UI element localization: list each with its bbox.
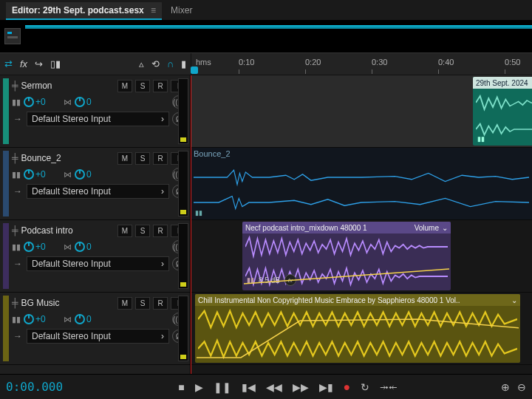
track-header[interactable]: ╪Bounce_2MSRI▮▮+0⋈0((∙))→Default Stereo … xyxy=(0,148,190,220)
zoom-in-icon[interactable]: ⊕ xyxy=(501,381,510,393)
arm-record-button[interactable]: R xyxy=(153,80,168,92)
mute-button[interactable]: M xyxy=(117,152,132,165)
fx-toggle-icon[interactable]: fx xyxy=(20,58,27,69)
loop-button[interactable]: ↻ xyxy=(361,381,369,393)
toggle-input-monitor-icon[interactable]: ⇄ xyxy=(4,58,13,69)
lane-bg-music[interactable]: Chill Instrumental Non Copyrighted Music… xyxy=(191,293,532,365)
clip-header[interactable]: Necf podcast intro_mixdown 48000 1 Volum… xyxy=(242,222,451,233)
track-name[interactable]: Sermon xyxy=(21,81,115,91)
clip-bg-music[interactable]: Chill Instrumental Non Copyrighted Music… xyxy=(195,294,520,363)
mute-button[interactable]: M xyxy=(117,225,132,237)
track-name[interactable]: Bounce_2 xyxy=(21,153,115,163)
zoom-out-icon[interactable]: ⊖ xyxy=(517,381,526,393)
stop-button[interactable]: ■ xyxy=(178,381,184,393)
mute-button[interactable]: M xyxy=(117,297,132,310)
solo-button[interactable]: S xyxy=(135,225,150,237)
session-overview[interactable] xyxy=(0,21,532,53)
track-header[interactable]: ╪BG MusicMSRI▮▮+0⋈0((∙))→Default Stereo … xyxy=(0,293,190,365)
timecode-display[interactable]: 0:00.000 xyxy=(6,380,72,394)
tab-editor[interactable]: Editor: 29th Sept. podcast.sesx ≡ xyxy=(6,2,162,20)
playhead-handle[interactable] xyxy=(191,66,198,74)
track-lanes[interactable]: 29th Sept. 2024 ◩ fx ▮▮ Bounce_2 ▮▮ xyxy=(191,75,532,374)
track-color-strip[interactable] xyxy=(3,223,9,289)
transport-bar: 0:00.000 ■ ▶ ❚❚ ▮◀ ◀◀ ▶▶ ▶▮ ● ↻ ⤞⤝ ⊕ ⊖ xyxy=(0,374,532,399)
track-header[interactable]: ╪Podcast introMSRI▮▮+0⋈0((∙))→Default St… xyxy=(0,220,190,293)
play-button[interactable]: ▶ xyxy=(195,381,203,393)
ruler-tick: 0:20 xyxy=(305,58,321,66)
lane-bounce[interactable]: Bounce_2 ▮▮ xyxy=(191,148,532,220)
clip-fx-icon[interactable]: fx xyxy=(284,274,296,286)
volume-knob[interactable]: +0 xyxy=(24,242,61,252)
panel-menu-icon[interactable]: ≡ xyxy=(151,5,156,16)
clip-title: Necf podcast intro_mixdown 48000 1 xyxy=(245,224,367,232)
clip-sermon[interactable]: 29th Sept. 2024 ◩ fx ▮▮ xyxy=(473,77,532,146)
tab-mixer[interactable]: Mixer xyxy=(162,2,201,18)
input-routing-select[interactable]: Default Stereo Input› xyxy=(27,112,169,126)
solo-button[interactable]: S xyxy=(135,152,150,165)
volume-knob[interactable]: +0 xyxy=(24,169,61,180)
track-headers-column: ╪SermonMSRI▮▮+0⋈0((∙))→Default Stereo In… xyxy=(0,75,191,374)
clip-header[interactable]: 29th Sept. 2024 ◩ xyxy=(473,77,532,89)
pan-knob[interactable]: 0 xyxy=(75,97,112,107)
track-name[interactable]: Podcast intro xyxy=(21,225,115,236)
toolbar-left-cluster: ⇄ fx ↪ ▯▮ ▵ ⟲ ∩ ▮ xyxy=(0,58,191,69)
track-level-meter xyxy=(178,151,188,216)
track-color-strip[interactable] xyxy=(3,151,9,216)
volume-knob[interactable]: +0 xyxy=(24,314,61,324)
clip-title: 29th Sept. 2024 xyxy=(476,79,528,87)
pan-icon: ⋈ xyxy=(64,170,72,180)
skip-start-button[interactable]: ▮◀ xyxy=(242,381,256,393)
track-color-strip[interactable] xyxy=(3,78,9,144)
arm-record-button[interactable]: R xyxy=(153,225,168,237)
skip-end-button[interactable]: ▶▮ xyxy=(319,381,333,393)
mute-button[interactable]: M xyxy=(117,80,132,92)
record-button[interactable]: ● xyxy=(344,381,351,394)
clip-podcast-intro[interactable]: Necf podcast intro_mixdown 48000 1 Volum… xyxy=(242,222,451,290)
clip-gain-label[interactable]: 8.5 dB xyxy=(259,276,280,284)
solo-button[interactable]: S xyxy=(135,80,150,92)
preroll-icon[interactable]: ⟲ xyxy=(151,58,160,69)
pan-knob[interactable]: 0 xyxy=(75,169,112,180)
volume-knob[interactable]: +0 xyxy=(24,97,61,107)
clip-header[interactable]: Chill Instrumental Non Copyrighted Music… xyxy=(195,294,520,306)
track-name[interactable]: BG Music xyxy=(21,298,115,308)
pan-icon: ⋈ xyxy=(64,242,72,252)
eq-toggle-icon[interactable]: ▯▮ xyxy=(50,58,61,69)
chevron-down-icon[interactable]: ⌄ xyxy=(442,224,448,232)
track-header[interactable]: ╪SermonMSRI▮▮+0⋈0((∙))→Default Stereo In… xyxy=(0,75,190,148)
metronome-icon[interactable]: ▵ xyxy=(139,58,144,69)
track-color-strip[interactable] xyxy=(3,296,9,361)
pan-icon: ⋈ xyxy=(64,315,72,324)
pan-knob[interactable]: 0 xyxy=(75,242,112,252)
skip-selection-button[interactable]: ⤞⤝ xyxy=(380,381,398,393)
drag-grip-icon[interactable]: ╪ xyxy=(12,298,18,308)
fast-forward-button[interactable]: ▶▶ xyxy=(293,381,309,393)
drag-grip-icon[interactable]: ╪ xyxy=(12,225,18,236)
playhead-line[interactable] xyxy=(191,75,191,374)
arm-record-button[interactable]: R xyxy=(153,297,168,310)
pause-button[interactable]: ❚❚ xyxy=(214,381,231,393)
time-ruler[interactable]: hms 0:10 0:20 0:30 0:40 0:50 xyxy=(194,53,532,75)
pan-knob[interactable]: 0 xyxy=(75,314,112,324)
playhead-options-icon[interactable]: ▮ xyxy=(181,58,186,69)
lane-podcast-intro[interactable]: Necf podcast intro_mixdown 48000 1 Volum… xyxy=(191,220,532,293)
arm-record-button[interactable]: R xyxy=(153,152,168,165)
drag-grip-icon[interactable]: ╪ xyxy=(12,81,18,91)
input-routing-select[interactable]: Default Stereo Input› xyxy=(27,256,169,271)
chevron-down-icon[interactable]: ⌄ xyxy=(511,296,517,304)
clip-volume-label[interactable]: Volume xyxy=(415,224,439,232)
drag-grip-icon[interactable]: ╪ xyxy=(12,153,18,163)
rewind-button[interactable]: ◀◀ xyxy=(266,381,282,393)
input-routing-select[interactable]: Default Stereo Input› xyxy=(27,329,169,344)
ruler-tick: 0:40 xyxy=(438,58,454,66)
volume-meter-icon: ▮▮ xyxy=(12,315,21,324)
solo-button[interactable]: S xyxy=(135,297,150,310)
snap-toggle-icon[interactable]: ∩ xyxy=(167,58,174,69)
lane-sermon[interactable]: 29th Sept. 2024 ◩ fx ▮▮ xyxy=(191,75,532,148)
track-level-meter xyxy=(178,223,188,289)
volume-meter-icon: ▮▮ xyxy=(12,242,21,252)
ruler-units-label: hms xyxy=(196,58,211,66)
overview-scroll-region[interactable] xyxy=(25,25,532,29)
input-routing-select[interactable]: Default Stereo Input› xyxy=(27,184,169,199)
send-toggle-icon[interactable]: ↪ xyxy=(35,58,43,69)
